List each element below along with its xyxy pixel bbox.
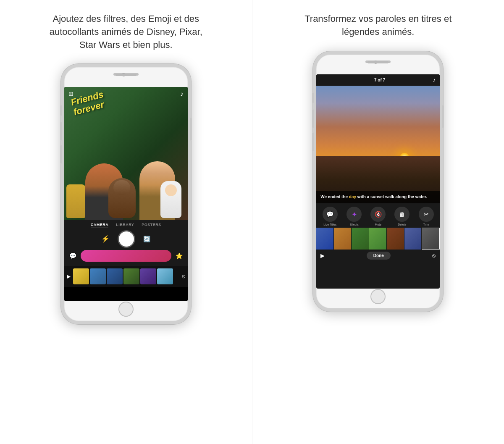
shutter-button[interactable] — [119, 231, 134, 247]
rf-thumb-6[interactable] — [404, 228, 422, 250]
side-button-vol-down-left — [60, 145, 62, 164]
leia-sticker — [160, 181, 181, 218]
side-button-mute-left — [60, 105, 62, 116]
delete-icon: 🗑 — [394, 207, 410, 222]
film-thumb-5[interactable] — [140, 268, 156, 284]
subtitle-bar: We ended the day with a sunset walk alon… — [316, 191, 440, 203]
tool-delete[interactable]: 🗑 Delete — [394, 207, 410, 226]
export-icon[interactable]: ⎋ — [182, 273, 185, 279]
side-button-vol-up-left — [60, 122, 62, 141]
camera-controls: CAMERA LIBRARY POSTERS ⚡ 🔄 💬 ⭐ — [64, 220, 188, 266]
export-icon-right[interactable]: ⎋ — [432, 252, 436, 259]
c3po-sticker — [66, 184, 85, 218]
chewie-sticker — [108, 178, 136, 218]
tool-live-titles[interactable]: 💬 Live Titles — [323, 207, 338, 226]
side-button-right-left — [190, 118, 192, 141]
left-screen: Friends forever ♪ ⊞ — [64, 87, 188, 301]
side-button-vol-up-right — [312, 109, 314, 128]
flip-camera-icon[interactable]: 🔄 — [143, 236, 150, 242]
chat-icon[interactable]: 💬 — [69, 252, 76, 259]
mute-icon: 🔇 — [370, 207, 386, 222]
rf-thumb-5[interactable] — [387, 228, 404, 250]
tab-library[interactable]: LIBRARY — [116, 223, 134, 228]
flash-icon[interactable]: ⚡ — [101, 235, 110, 243]
tool-trim[interactable]: ✂ Trim — [419, 207, 434, 226]
rf-thumb-2[interactable] — [334, 228, 351, 250]
trim-icon: ✂ — [419, 207, 434, 222]
right-topbar: 7 of 7 ♪ — [316, 74, 440, 86]
tool-mute[interactable]: 🔇 Mute — [370, 207, 386, 226]
tool-effects[interactable]: ✦ Effects — [346, 207, 362, 226]
play-button-left[interactable]: ▶ — [67, 273, 71, 279]
music-icon-right[interactable]: ♪ — [433, 77, 436, 83]
film-thumb-2[interactable] — [90, 268, 106, 284]
camera-buttons-row: ⚡ 🔄 — [64, 231, 188, 247]
rf-thumb-3[interactable] — [352, 228, 369, 250]
home-button-right[interactable] — [370, 289, 386, 304]
right-filmstrip — [316, 228, 440, 250]
effects-icon: ✦ — [346, 207, 362, 222]
live-titles-label: Live Titles — [323, 223, 336, 226]
mute-label: Mute — [375, 223, 381, 226]
right-caption: Transformez vos paroles en titres et lég… — [298, 13, 458, 39]
side-button-vol-down-right — [312, 132, 314, 151]
camera-tabs: CAMERA LIBRARY POSTERS — [64, 223, 188, 228]
left-caption: Ajoutez des filtres, des Emoji et des au… — [46, 13, 206, 51]
right-bottombar: ▶ Done ⎋ — [316, 250, 440, 262]
side-button-right-right — [442, 105, 444, 128]
delete-label: Delete — [398, 223, 406, 226]
right-video-area: We ended the day with a sunset walk alon… — [316, 86, 440, 204]
right-phone: 7 of 7 ♪ We ended the day with a sunset … — [313, 51, 443, 312]
film-thumb-6[interactable] — [157, 268, 173, 284]
speaker-right — [368, 61, 388, 63]
left-video-area: Friends forever ♪ ⊞ — [64, 87, 188, 220]
done-button[interactable]: Done — [367, 252, 391, 260]
clip-counter: 7 of 7 — [374, 78, 385, 82]
rf-thumb-4[interactable] — [369, 228, 386, 250]
film-thumb-1[interactable] — [73, 268, 89, 284]
music-icon[interactable]: ♪ — [180, 90, 184, 98]
speaker-left — [116, 74, 136, 76]
left-phone: Friends forever ♪ ⊞ — [61, 64, 191, 324]
right-screen: 7 of 7 ♪ We ended the day with a sunset … — [316, 74, 440, 289]
left-panel: Ajoutez des filtres, des Emoji et des au… — [0, 0, 252, 444]
star-icon[interactable]: ⭐ — [176, 252, 183, 259]
library-icon[interactable]: ⊞ — [68, 90, 74, 97]
side-button-mute-right — [312, 92, 314, 103]
effects-label: Effects — [349, 223, 358, 226]
tab-camera[interactable]: CAMERA — [91, 223, 109, 228]
film-thumb-4[interactable] — [123, 268, 139, 284]
right-panel: Transformez vos paroles en titres et lég… — [252, 0, 504, 444]
rf-thumb-7-selected[interactable] — [422, 228, 440, 250]
record-bar-row: 💬 ⭐ — [64, 250, 188, 262]
subtitle-text: We ended the day with a sunset walk alon… — [320, 194, 436, 200]
tool-bar: 💬 Live Titles ✦ Effects 🔇 Mute — [316, 203, 440, 228]
tab-posters[interactable]: POSTERS — [142, 223, 161, 228]
play-button-right[interactable]: ▶ — [320, 252, 325, 259]
trim-label: Trim — [423, 223, 429, 226]
left-filmstrip: ▶ ⎋ — [64, 266, 188, 287]
record-bar[interactable] — [81, 250, 171, 262]
rf-thumb-1[interactable] — [316, 228, 333, 250]
live-titles-icon: 💬 — [323, 207, 338, 222]
film-thumb-3[interactable] — [107, 268, 123, 284]
home-button-left[interactable] — [118, 302, 134, 317]
